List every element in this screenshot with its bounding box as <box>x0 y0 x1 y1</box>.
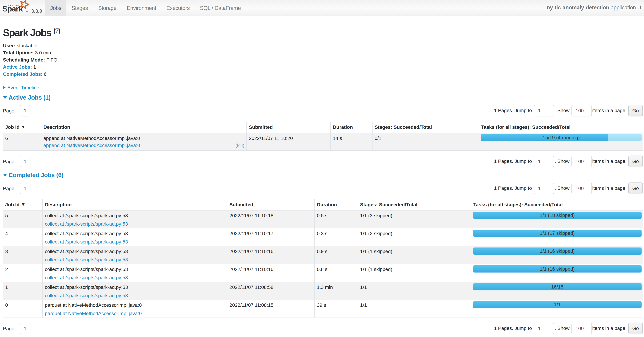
svg-text:APACHE: APACHE <box>8 4 19 6</box>
svg-text:TM: TM <box>26 11 28 12</box>
